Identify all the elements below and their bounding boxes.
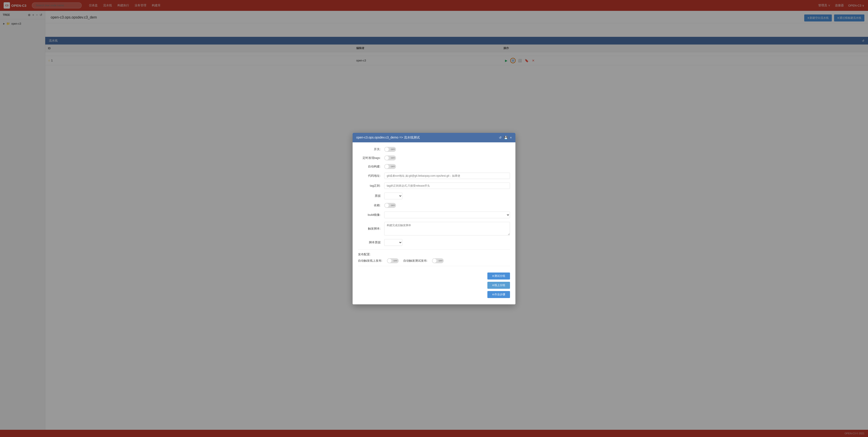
switch-label: 开关: [358, 147, 381, 152]
test-group-button[interactable]: ⊕测试分组 [487, 272, 510, 279]
schedule-tags-knob [385, 156, 389, 160]
schedule-tags-off-label: OFF [391, 157, 395, 159]
dist-section: 发布配置: 自动触发线上发布: OFF 自动触发测试发布: OFF [358, 253, 510, 263]
build-image-select[interactable] [384, 211, 510, 218]
script-ticket-row: 脚本票据 [358, 239, 510, 246]
modal: open-c3.ops.opsdev.c3_demo => 流水线测试 ↺ 💾 … [352, 133, 516, 304]
modal-close-icon[interactable]: × [510, 136, 512, 139]
build-image-label: build镜像: [358, 213, 381, 217]
modal-overlay[interactable]: open-c3.ops.opsdev.c3_demo => 流水线测试 ↺ 💾 … [0, 0, 868, 437]
auto-online-row: 自动触发线上发布: OFF 自动触发测试发布: OFF [358, 258, 510, 263]
modal-body: 开关: OFF 定时发现tags: OFF 自动构建: OFF [352, 142, 516, 304]
auto-build-label: 自动构建: [358, 165, 381, 169]
dist-config-label: 发布配置: [358, 253, 371, 257]
auto-online-label: 自动触发线上发布: [358, 259, 382, 263]
section-divider-2 [358, 266, 510, 266]
dependency-knob [385, 203, 389, 207]
auto-build-off-label: OFF [391, 165, 395, 168]
section-divider [358, 249, 510, 250]
auto-test-off-label: OFF [438, 260, 443, 262]
build-image-row: build镜像: [358, 211, 510, 218]
schedule-tags-label: 定时发现tags: [358, 156, 381, 160]
dependency-label: 依赖: [358, 203, 381, 207]
modal-title: open-c3.ops.opsdev.c3_demo => 流水线测试 [356, 136, 420, 140]
auto-build-row: 自动构建: OFF [358, 164, 510, 169]
switch-toggle[interactable]: OFF [384, 147, 396, 152]
tag-rule-input[interactable] [384, 182, 510, 189]
switch-knob [385, 147, 389, 152]
modal-actions: ⊕测试分组 ⊕线上分组 ⊕作业步骤 [358, 269, 510, 300]
auto-test-toggle[interactable]: OFF [432, 258, 444, 263]
work-step-button[interactable]: ⊕作业步骤 [487, 291, 510, 298]
tag-rule-row: tag正则: [358, 182, 510, 189]
modal-refresh-icon[interactable]: ↺ [499, 136, 502, 139]
trigger-script-label: 触发脚本: [358, 227, 381, 231]
auto-build-knob [385, 165, 389, 169]
modal-header: open-c3.ops.opsdev.c3_demo => 流水线测试 ↺ 💾 … [352, 133, 516, 142]
trigger-script-textarea[interactable] [384, 222, 510, 235]
ticket-select[interactable] [384, 193, 402, 199]
script-ticket-select[interactable] [384, 239, 402, 246]
dependency-off-label: OFF [391, 204, 395, 206]
switch-row: 开关: OFF [358, 147, 510, 152]
dist-config-row: 发布配置: [358, 253, 510, 257]
ticket-row: 票据 [358, 193, 510, 199]
auto-online-toggle[interactable]: OFF [387, 258, 399, 263]
auto-build-toggle[interactable]: OFF [384, 164, 396, 169]
dependency-toggle[interactable]: OFF [384, 203, 396, 208]
script-ticket-label: 脚本票据 [358, 240, 381, 244]
auto-test-label: 自动触发测试发布: [403, 259, 428, 263]
switch-off-label: OFF [391, 148, 395, 150]
modal-header-icons: ↺ 💾 × [499, 136, 512, 139]
ticket-label: 票据 [358, 194, 381, 198]
schedule-tags-row: 定时发现tags: OFF [358, 156, 510, 161]
auto-online-off-label: OFF [394, 260, 398, 262]
online-group-button[interactable]: ⊕线上分组 [487, 282, 510, 289]
trigger-script-row: 触发脚本: [358, 222, 510, 235]
modal-save-icon[interactable]: 💾 [504, 136, 508, 139]
code-addr-row: 代码地址: [358, 173, 510, 179]
auto-test-knob [432, 259, 436, 263]
schedule-tags-toggle[interactable]: OFF [384, 156, 396, 161]
code-addr-input[interactable] [384, 173, 510, 179]
auto-online-knob [388, 259, 392, 263]
tag-rule-label: tag正则: [358, 184, 381, 188]
code-addr-label: 代码地址: [358, 174, 381, 178]
dependency-row: 依赖: OFF [358, 203, 510, 208]
